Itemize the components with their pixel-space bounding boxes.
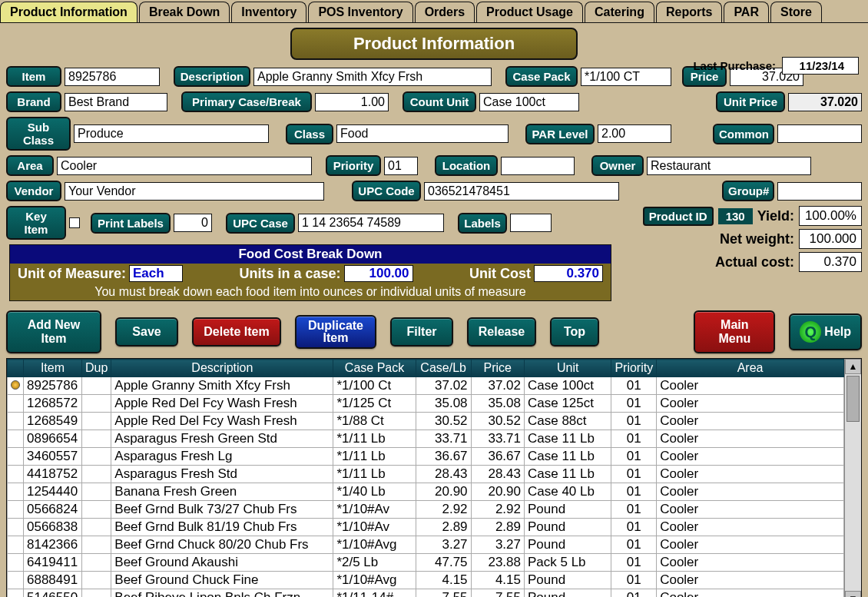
item-field[interactable] [65, 68, 160, 86]
col-area[interactable]: Area [657, 360, 844, 377]
class-label[interactable]: Class [286, 124, 333, 144]
main-menu-button[interactable]: Main Menu [694, 310, 775, 353]
brand-label[interactable]: Brand [6, 91, 61, 112]
print-labels-field[interactable] [174, 214, 212, 232]
last-purchase-label: Last Purchase: [693, 59, 776, 72]
par-level-label[interactable]: PAR Level [525, 124, 595, 144]
table-row[interactable]: 1268572Apple Red Del Fcy Wash Fresh*1/12… [8, 395, 844, 413]
key-item-checkbox[interactable] [69, 217, 80, 228]
unit-price-label[interactable]: Unit Price [716, 91, 785, 112]
tab-inventory[interactable]: Inventory [231, 2, 306, 22]
tab-orders[interactable]: Orders [415, 2, 475, 22]
labels-field[interactable] [510, 214, 552, 232]
uom-value[interactable]: Each [129, 265, 183, 282]
uom-label: Unit of Measure: [18, 266, 126, 282]
col-price[interactable]: Price [471, 360, 524, 377]
scroll-thumb[interactable] [846, 376, 860, 422]
col-mark[interactable] [8, 360, 24, 377]
location-field[interactable] [501, 157, 575, 175]
yield-label: Yield: [757, 208, 794, 224]
tab-par[interactable]: PAR [724, 2, 769, 22]
tab-pos-inventory[interactable]: POS Inventory [308, 2, 412, 22]
print-labels-label[interactable]: Print Labels [91, 213, 171, 234]
table-row[interactable]: 4418752Asparagus Fresh Std*1/11 Lb28.432… [8, 466, 844, 483]
table-row[interactable]: 1254440Banana Fresh Green*1/40 Lb20.9020… [8, 483, 844, 501]
scroll-down-icon[interactable]: ▼ [845, 591, 861, 597]
priority-label[interactable]: Priority [326, 155, 381, 176]
col-case-lb[interactable]: Case/Lb [416, 360, 471, 377]
common-field[interactable] [777, 124, 862, 143]
table-row[interactable]: 8142366Beef Grnd Chuck 80/20 Chub Frs*1/… [8, 536, 844, 554]
common-label[interactable]: Common [713, 124, 774, 144]
sub-class-label[interactable]: Sub Class [6, 117, 71, 151]
table-row[interactable]: 0896654Asparagus Fresh Green Std*1/11 Lb… [8, 430, 844, 448]
area-field[interactable] [57, 157, 312, 175]
tab-store[interactable]: Store [770, 2, 822, 22]
location-label[interactable]: Location [435, 155, 498, 176]
unit-cost-field[interactable]: 0.370 [534, 265, 603, 282]
table-scrollbar[interactable]: ▲ ▼ [844, 359, 861, 597]
vendor-field[interactable] [65, 182, 324, 201]
tab-reports[interactable]: Reports [656, 2, 722, 22]
table-row[interactable]: 6888491Beef Ground Chuck Fine*1/10#Avg4.… [8, 572, 844, 589]
delete-item-button[interactable]: Delete Item [192, 317, 281, 347]
count-unit-label[interactable]: Count Unit [403, 91, 476, 112]
col-priority[interactable]: Priority [611, 360, 657, 377]
col-description[interactable]: Description [111, 360, 333, 377]
group-field[interactable] [777, 182, 862, 201]
page-title: Product Information [290, 28, 578, 60]
table-row[interactable]: 8925786Apple Granny Smith Xfcy Frsh*1/10… [8, 377, 844, 395]
save-button[interactable]: Save [115, 317, 178, 347]
table-row[interactable]: 1268549Apple Red Del Fcy Wash Fresh*1/88… [8, 413, 844, 430]
key-item-label[interactable]: Key Item [6, 206, 66, 240]
class-field[interactable] [336, 124, 509, 143]
tab-product-usage[interactable]: Product Usage [476, 2, 583, 22]
units-in-case-field[interactable]: 100.00 [344, 265, 413, 282]
table-row[interactable]: 0566838Beef Grnd Bulk 81/19 Chub Frs*1/1… [8, 519, 844, 536]
upc-case-field[interactable] [298, 214, 444, 232]
col-case-pack[interactable]: Case Pack [333, 360, 416, 377]
owner-label[interactable]: Owner [591, 155, 644, 176]
owner-field[interactable] [647, 157, 811, 175]
description-label[interactable]: Description [174, 66, 250, 87]
col-item[interactable]: Item [24, 360, 82, 377]
sub-class-field[interactable] [74, 124, 269, 143]
table-row[interactable]: 5146550Beef Ribeye Lipon Bnls Ch Frzn*1/… [8, 589, 844, 598]
case-pack-field[interactable] [581, 68, 671, 86]
breakdown-panel: Food Cost Break Down Unit of Measure: Ea… [9, 244, 611, 301]
duplicate-item-button[interactable]: Duplicate Item [295, 315, 376, 349]
tab-product-information[interactable]: Product Information [0, 2, 137, 22]
tab-break-down[interactable]: Break Down [139, 2, 230, 22]
case-pack-label[interactable]: Case Pack [505, 66, 578, 87]
breakdown-note: You must break down each food item into … [10, 284, 611, 300]
top-button[interactable]: Top [550, 317, 599, 347]
par-level-field[interactable] [598, 124, 671, 143]
col-dup[interactable]: Dup [81, 360, 111, 377]
filter-button[interactable]: Filter [390, 317, 453, 347]
help-button[interactable]: Q Help [789, 313, 862, 350]
unit-price-field [788, 93, 862, 111]
col-unit[interactable]: Unit [524, 360, 611, 377]
description-field[interactable] [253, 68, 492, 86]
scroll-up-icon[interactable]: ▲ [845, 359, 861, 374]
add-new-item-button[interactable]: Add New Item [6, 310, 101, 353]
area-label[interactable]: Area [6, 155, 54, 176]
brand-field[interactable] [65, 93, 167, 111]
count-unit-field[interactable] [479, 93, 579, 111]
upc-code-label[interactable]: UPC Code [352, 181, 421, 201]
upc-code-field[interactable] [424, 182, 619, 201]
breakdown-title: Food Cost Break Down [10, 245, 611, 264]
table-row[interactable]: 3460557Asparagus Fresh Lg*1/11 Lb36.6736… [8, 448, 844, 466]
labels-label[interactable]: Labels [458, 213, 507, 234]
vendor-label[interactable]: Vendor [6, 181, 61, 201]
priority-field[interactable] [384, 157, 418, 175]
group-label[interactable]: Group# [722, 181, 774, 201]
primary-case-break-label[interactable]: Primary Case/Break [181, 91, 312, 112]
release-button[interactable]: Release [467, 317, 536, 347]
tab-catering[interactable]: Catering [585, 2, 654, 22]
table-row[interactable]: 6419411Beef Ground Akaushi*2/5 Lb47.7523… [8, 554, 844, 572]
upc-case-label[interactable]: UPC Case [226, 213, 295, 234]
primary-case-break-field[interactable] [315, 93, 389, 111]
table-row[interactable]: 0566824Beef Grnd Bulk 73/27 Chub Frs*1/1… [8, 501, 844, 519]
item-label[interactable]: Item [6, 66, 61, 87]
